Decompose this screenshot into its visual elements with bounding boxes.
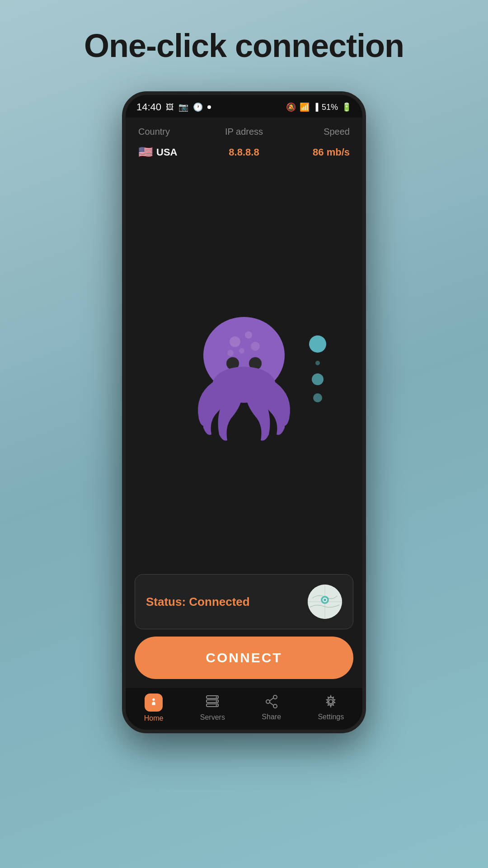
status-bar-right: 🔕 📶 ▐ 51% 🔋 [286, 102, 352, 112]
bottom-nav: Home Servers [126, 688, 362, 730]
map-circle[interactable] [308, 585, 342, 619]
page-title: One-click connection [84, 27, 404, 64]
dot-indicator [207, 105, 211, 109]
server-table: Country IP adress Speed 🇺🇸 USA 8.8.8.8 8… [126, 118, 362, 164]
svg-line-24 [270, 698, 273, 701]
ip-cell: 8.8.8.8 [209, 146, 279, 158]
octopus-mascot [176, 297, 312, 441]
svg-point-19 [216, 700, 217, 702]
header-country: Country [138, 127, 209, 137]
mute-icon: 🔕 [286, 102, 296, 112]
svg-point-14 [324, 599, 326, 601]
app-content: Country IP adress Speed 🇺🇸 USA 8.8.8.8 8… [126, 118, 362, 730]
svg-point-21 [273, 695, 277, 699]
nav-label-servers: Servers [200, 713, 225, 722]
bubble-small [313, 393, 322, 402]
svg-point-18 [216, 696, 217, 698]
share-icon [265, 695, 278, 710]
battery-text: 51% [322, 103, 338, 112]
country-name: USA [156, 146, 177, 158]
country-cell: 🇺🇸 USA [138, 145, 209, 159]
nav-item-settings[interactable]: Settings [318, 695, 344, 721]
header-speed: Speed [279, 127, 350, 137]
signal-icon: ▐ [313, 103, 318, 111]
nav-label-share: Share [262, 713, 281, 721]
status-text: Status: Connected [146, 595, 250, 609]
nav-item-home[interactable]: Home [144, 693, 164, 722]
speed-cell: 86 mb/s [279, 146, 350, 158]
wifi-icon: 📶 [300, 102, 310, 112]
battery-icon: 🔋 [342, 102, 352, 112]
status-bar-left: 14:40 🖼 📷 🕐 [136, 101, 211, 113]
nav-label-home: Home [144, 714, 164, 722]
nav-label-settings: Settings [318, 713, 344, 721]
connect-button[interactable]: CONNECT [135, 637, 353, 679]
table-row: 🇺🇸 USA 8.8.8.8 86 mb/s [138, 142, 350, 159]
phone-frame: 14:40 🖼 📷 🕐 🔕 📶 ▐ 51% 🔋 Country IP adres… [122, 91, 366, 733]
photo-icon: 🖼 [166, 103, 174, 112]
svg-point-5 [227, 350, 234, 356]
svg-point-4 [239, 348, 244, 354]
svg-point-2 [245, 331, 252, 339]
mascot-area [126, 164, 362, 574]
clock-icon: 🕐 [193, 102, 203, 112]
svg-point-26 [329, 700, 333, 704]
flag-icon: 🇺🇸 [138, 145, 153, 159]
camera-icon: 📷 [178, 102, 188, 112]
bubble-dot [315, 361, 320, 365]
svg-point-1 [230, 336, 240, 347]
servers-icon [206, 695, 219, 711]
bubble-medium [312, 373, 324, 385]
table-header: Country IP adress Speed [138, 127, 350, 142]
svg-point-8 [212, 367, 276, 403]
nav-item-share[interactable]: Share [262, 695, 281, 721]
svg-line-25 [270, 703, 273, 705]
bubbles [309, 335, 326, 402]
svg-point-22 [266, 700, 270, 703]
home-icon [145, 693, 163, 712]
svg-point-23 [273, 704, 277, 708]
nav-item-servers[interactable]: Servers [200, 695, 225, 722]
status-bar: 14:40 🖼 📷 🕐 🔕 📶 ▐ 51% 🔋 [126, 95, 362, 118]
header-ip: IP adress [209, 127, 279, 137]
status-box: Status: Connected [135, 574, 353, 629]
status-time: 14:40 [136, 101, 161, 113]
connect-label: CONNECT [206, 650, 282, 665]
svg-point-20 [216, 704, 217, 706]
bubble-large [309, 335, 326, 353]
svg-point-3 [251, 342, 260, 351]
settings-icon [324, 695, 338, 710]
